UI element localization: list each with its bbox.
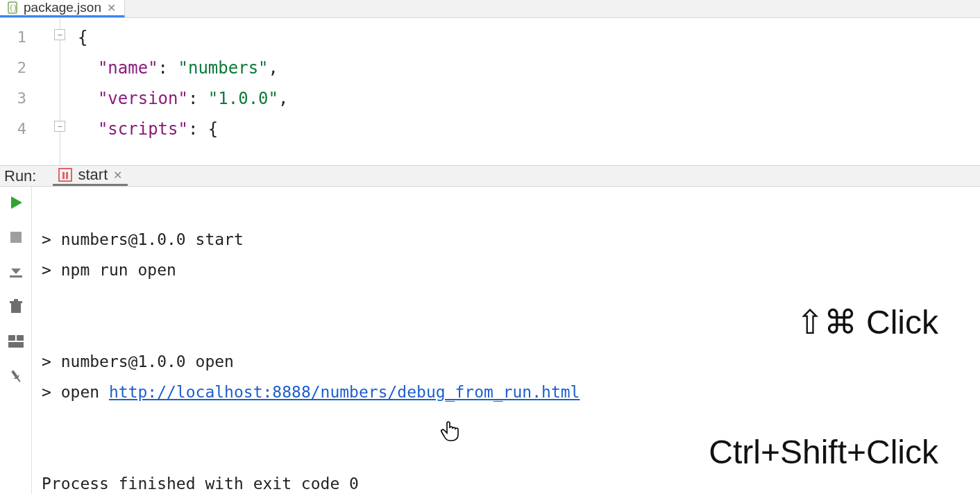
svg-rect-2 — [59, 169, 71, 181]
shortcut-hint-overlay: ⇧⌘ Click Ctrl+Shift+Click — [709, 214, 938, 494]
fold-toggle-icon[interactable]: − — [54, 121, 65, 132]
run-button[interactable] — [7, 194, 25, 212]
svg-rect-6 — [10, 232, 22, 243]
svg-marker-8 — [11, 269, 21, 274]
line-number: 4 — [0, 114, 39, 144]
line-number: 2 — [0, 53, 39, 83]
close-icon[interactable]: ✕ — [113, 169, 122, 182]
run-tool-window-body: > numbers@1.0.0 start > npm run open > n… — [0, 187, 980, 494]
console-line: > numbers@1.0.0 open — [42, 352, 234, 370]
close-icon[interactable]: ✕ — [105, 1, 117, 15]
pin-icon[interactable] — [7, 367, 25, 385]
json-file-icon: {} — [7, 1, 19, 14]
svg-rect-14 — [8, 342, 24, 348]
console-line: Process finished with exit code 0 — [42, 475, 359, 493]
svg-rect-3 — [62, 172, 65, 179]
code-editor[interactable]: 1 2 3 4 − − { "name": "numbers", "versio… — [0, 18, 980, 165]
console-url-link[interactable]: http://localhost:8888/numbers/debug_from… — [109, 383, 580, 401]
editor-tab-bar: {} package.json ✕ — [0, 0, 980, 18]
console-line: > open http://localhost:8888/numbers/deb… — [42, 383, 580, 401]
run-tool-window-header: Run: start ✕ — [0, 165, 980, 187]
svg-rect-15 — [11, 370, 17, 377]
run-actions-toolbar — [0, 187, 32, 494]
editor-gutter: 1 2 3 4 — [0, 18, 39, 165]
code-content[interactable]: { "name": "numbers", "version": "1.0.0",… — [78, 18, 980, 165]
layout-icon[interactable] — [7, 332, 25, 350]
run-label: Run: — [4, 167, 36, 185]
fold-toggle-icon[interactable]: − — [54, 29, 65, 40]
run-config-label: start — [78, 166, 108, 184]
run-config-tab-start[interactable]: start ✕ — [53, 166, 128, 186]
console-line: > npm run open — [42, 261, 176, 279]
stop-button[interactable] — [7, 228, 25, 246]
shortcut-hint-mac: ⇧⌘ Click — [709, 301, 938, 344]
npm-run-icon — [58, 168, 72, 182]
svg-rect-9 — [11, 303, 21, 313]
delete-icon[interactable] — [7, 298, 25, 316]
svg-rect-10 — [10, 301, 22, 303]
fold-gutter: − − — [39, 18, 78, 165]
svg-text:{}: {} — [9, 4, 17, 12]
svg-rect-4 — [66, 172, 68, 179]
hand-cursor-icon — [440, 359, 498, 494]
shortcut-hint-win: Ctrl+Shift+Click — [709, 431, 938, 474]
editor-tab-package-json[interactable]: {} package.json ✕ — [0, 0, 125, 17]
line-number: 3 — [0, 83, 39, 114]
svg-rect-12 — [8, 335, 15, 341]
console-output[interactable]: > numbers@1.0.0 start > npm run open > n… — [32, 187, 980, 494]
svg-rect-7 — [10, 275, 22, 278]
editor-tab-label: package.json — [24, 0, 101, 15]
scroll-to-end-icon[interactable] — [7, 263, 25, 281]
svg-marker-5 — [11, 196, 22, 209]
svg-rect-13 — [17, 335, 24, 341]
line-number: 1 — [0, 22, 39, 53]
console-line: > numbers@1.0.0 start — [42, 230, 244, 248]
svg-rect-11 — [14, 299, 18, 301]
svg-rect-17 — [17, 378, 20, 382]
